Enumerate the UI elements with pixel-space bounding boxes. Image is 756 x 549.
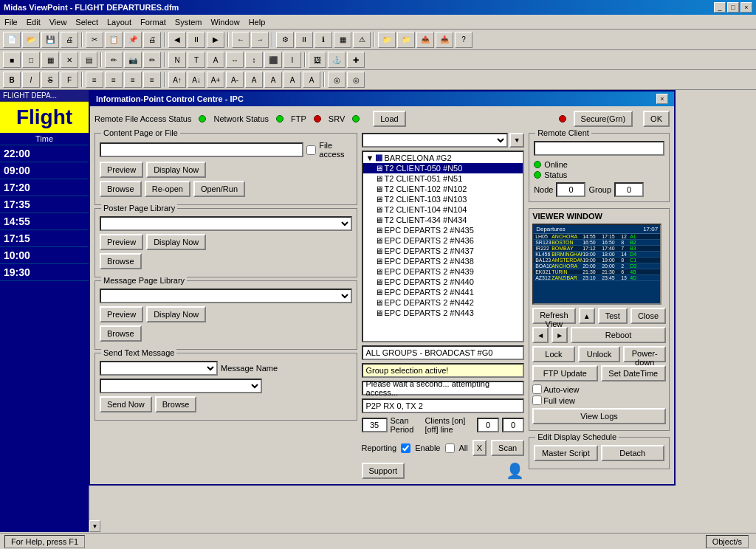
message-name-dropdown[interactable] xyxy=(100,379,262,393)
send-browse-button[interactable]: Browse xyxy=(155,396,197,412)
x-button[interactable]: X xyxy=(472,440,487,456)
tb2-14[interactable]: ⬛ xyxy=(264,52,282,68)
tree-item-t2-103[interactable]: 🖥 T2 CLIENT-103 #N103 xyxy=(363,194,523,204)
font-size-up[interactable]: A↑ xyxy=(168,72,186,88)
tree-item-epc-442[interactable]: 🖥 EPC DEPARTS 2 #N442 xyxy=(363,297,523,308)
warn-button[interactable]: ⚠ xyxy=(353,32,371,48)
font-size3[interactable]: A- xyxy=(226,72,244,88)
test-button[interactable]: Test xyxy=(598,308,628,324)
italic-button[interactable]: I xyxy=(22,72,40,88)
align-center[interactable]: ≡ xyxy=(105,72,123,88)
tool6-button[interactable]: 📤 xyxy=(416,32,434,48)
tree-item-barcelona[interactable]: ▼ ▦ BARCELONA #G2 xyxy=(363,152,523,163)
message-display-now-button[interactable]: Display Now xyxy=(146,306,206,322)
content-reopen-button[interactable]: Re-open xyxy=(145,181,190,197)
minimize-button[interactable]: _ xyxy=(714,2,726,13)
align-justify[interactable]: ≡ xyxy=(143,72,161,88)
tb2-7[interactable]: 📷 xyxy=(124,52,142,68)
tb2-8[interactable]: ✏ xyxy=(143,52,161,68)
close-button[interactable]: × xyxy=(740,2,752,13)
tree-item-epc-435[interactable]: 🖥 EPC DEPARTS 2 #N435 xyxy=(363,225,523,235)
special2[interactable]: ◎ xyxy=(347,72,365,88)
file-access-checkbox[interactable] xyxy=(306,145,316,155)
special1[interactable]: ◎ xyxy=(328,72,346,88)
tool3-button[interactable]: ▦ xyxy=(334,32,351,48)
tb2-13[interactable]: ↕ xyxy=(245,52,263,68)
tree-item-epc-440[interactable]: 🖥 EPC DEPARTS 2 #N440 xyxy=(363,277,523,287)
master-script-button[interactable]: Master Script xyxy=(534,445,597,461)
tree-item-t2-050[interactable]: 🖥 T2 CLIENT-050 #N50 xyxy=(363,163,523,173)
ipc-close-button[interactable]: × xyxy=(656,94,668,104)
menu-layout[interactable]: Layout xyxy=(103,16,136,28)
maximize-button[interactable]: □ xyxy=(727,2,739,13)
menu-system[interactable]: System xyxy=(171,16,207,28)
spacing2[interactable]: A xyxy=(264,72,282,88)
tree-item-epc-437[interactable]: 🖥 EPC DEPARTS 2 #N437 xyxy=(363,246,523,256)
detach-button[interactable]: Detach xyxy=(601,445,664,461)
spacing1[interactable]: A xyxy=(245,72,263,88)
menu-file[interactable]: File xyxy=(0,16,22,28)
font-button[interactable]: F xyxy=(61,72,78,88)
tree-dropdown-btn[interactable]: ▼ xyxy=(509,133,524,148)
clients-on-input[interactable] xyxy=(477,418,499,432)
tree-item-epc-441[interactable]: 🖥 EPC DEPARTS 2 #N441 xyxy=(363,287,523,297)
secure-button[interactable]: Secure(Grn) xyxy=(574,111,633,127)
view-logs-button[interactable]: View Logs xyxy=(532,408,666,424)
cut-button[interactable]: ✂ xyxy=(86,32,103,48)
refresh-view-button[interactable]: Refresh View xyxy=(532,308,576,324)
content-display-now-button[interactable]: Display Now xyxy=(146,162,206,178)
send-now-button[interactable]: Send Now xyxy=(100,396,152,412)
scroll-down-button[interactable]: ▼ xyxy=(89,520,100,532)
group-input[interactable] xyxy=(614,182,644,197)
tree-item-t2-102[interactable]: 🖥 T2 CLIENT-102 #N102 xyxy=(363,184,523,194)
client-tree[interactable]: ▼ ▦ BARCELONA #G2 🖥 T2 CLIENT-050 #N50 🖥… xyxy=(362,151,525,342)
tool7-button[interactable]: 📥 xyxy=(436,32,453,48)
tb2-11[interactable]: A xyxy=(207,52,224,68)
align-right[interactable]: ≡ xyxy=(124,72,142,88)
load-button[interactable]: Load xyxy=(373,111,405,127)
content-page-input[interactable] xyxy=(100,142,303,157)
info-button[interactable]: ℹ xyxy=(315,32,332,48)
unlock-button[interactable]: Unlock xyxy=(578,346,621,362)
tb2-9[interactable]: N xyxy=(168,52,186,68)
menu-format[interactable]: Format xyxy=(136,16,171,28)
content-openrun-button[interactable]: Open/Run xyxy=(193,181,245,197)
tb2-3[interactable]: ▦ xyxy=(41,52,59,68)
help-btn[interactable]: ? xyxy=(455,32,472,48)
tb2-10[interactable]: T xyxy=(188,52,205,68)
reboot-button[interactable]: Reboot xyxy=(571,327,666,343)
poster-display-now-button[interactable]: Display Now xyxy=(146,234,206,250)
save-button[interactable]: 💾 xyxy=(41,32,59,48)
poster-browse-button[interactable]: Browse xyxy=(100,253,142,269)
spacing3[interactable]: A xyxy=(284,72,301,88)
full-view-checkbox[interactable] xyxy=(532,396,542,405)
tree-item-t2-434[interactable]: 🖥 T2 CLIENT-434 #N434 xyxy=(363,215,523,225)
pause-button[interactable]: ⏸ xyxy=(188,32,205,48)
back-button[interactable]: ← xyxy=(232,32,250,48)
strikethrough-button[interactable]: S xyxy=(41,72,59,88)
node-input[interactable] xyxy=(556,182,585,197)
menu-help[interactable]: Help xyxy=(244,16,270,28)
tool5-button[interactable]: 📁 xyxy=(397,32,415,48)
align-left[interactable]: ≡ xyxy=(86,72,103,88)
tree-dropdown[interactable] xyxy=(362,133,509,148)
fwd-button[interactable]: → xyxy=(251,32,269,48)
scan-period-input[interactable] xyxy=(362,418,388,432)
ok-button[interactable]: OK xyxy=(643,111,670,127)
ftp-update-button[interactable]: FTP Update xyxy=(532,365,597,381)
poster-preview-button[interactable]: Preview xyxy=(100,234,143,250)
print2-button[interactable]: 🖨 xyxy=(143,32,161,48)
copy-button[interactable]: 📋 xyxy=(105,32,123,48)
auto-view-checkbox[interactable] xyxy=(532,384,542,394)
menu-select[interactable]: Select xyxy=(71,16,103,28)
close-viewer-button[interactable]: Close xyxy=(630,308,666,324)
support-button[interactable]: Support xyxy=(362,463,405,479)
content-preview-button[interactable]: Preview xyxy=(100,162,143,178)
menu-view[interactable]: View xyxy=(45,16,72,28)
message-dropdown[interactable] xyxy=(100,289,352,303)
print-button[interactable]: 🖨 xyxy=(61,32,78,48)
tb2-1[interactable]: ■ xyxy=(3,52,21,68)
tree-item-epc-438[interactable]: 🖥 EPC DEPARTS 2 #N438 xyxy=(363,256,523,266)
spacing4[interactable]: A xyxy=(303,72,320,88)
font-size2[interactable]: A+ xyxy=(207,72,224,88)
